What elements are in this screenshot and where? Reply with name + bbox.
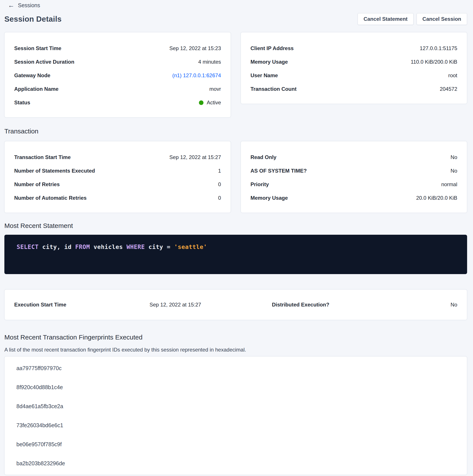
transaction-start-time-row: Transaction Start Time Sep 12, 2022 at 1…	[14, 151, 221, 164]
execution-card: Execution Start Time Sep 12, 2022 at 15:…	[4, 289, 467, 320]
sql-code-block: SELECT city, id FROM vehicles WHERE city…	[4, 235, 467, 274]
as-of-system-time-row: AS OF SYSTEM TIME? No	[250, 164, 457, 178]
session-summary-card-left: Session Start Time Sep 12, 2022 at 15:23…	[4, 32, 231, 118]
automatic-retries-label: Number of Automatic Retries	[14, 195, 87, 201]
session-memory-usage-row: Memory Usage 110.0 KiB/200.0 KiB	[250, 55, 457, 69]
transaction-card-right: Read Only No AS OF SYSTEM TIME? No Prior…	[241, 141, 467, 213]
session-active-duration-value: 4 minutes	[198, 59, 221, 65]
retries-row: Number of Retries 0	[14, 178, 221, 191]
fingerprint-id: ba2b203b823296de	[14, 454, 457, 473]
fingerprint-id: 73fe26034bd6e6c1	[14, 416, 457, 435]
priority-value: normal	[441, 181, 457, 187]
back-arrow-icon: ←	[8, 2, 15, 9]
transaction-start-time-label: Transaction Start Time	[14, 154, 71, 160]
session-memory-usage-value: 110.0 KiB/200.0 KiB	[411, 59, 457, 65]
sql-text: city =	[145, 243, 174, 250]
user-name-value: root	[448, 72, 457, 79]
back-navigation: ← Sessions	[4, 0, 467, 9]
transaction-memory-usage-label: Memory Usage	[250, 195, 288, 201]
status-label: Status	[14, 100, 30, 106]
sql-text: vehicles	[90, 243, 127, 250]
sql-statement: SELECT city, id FROM vehicles WHERE city…	[16, 243, 455, 250]
sql-keyword: FROM	[75, 243, 90, 250]
fingerprint-id: be06e9570f785c9f	[14, 435, 457, 454]
back-to-sessions-link[interactable]: ← Sessions	[8, 2, 40, 9]
sql-keyword: WHERE	[127, 243, 145, 250]
statements-executed-row: Number of Statements Executed 1	[14, 164, 221, 178]
execution-start-time-value: Sep 12, 2022 at 15:27	[149, 302, 272, 308]
transaction-count-value: 204572	[440, 86, 457, 92]
application-name-value: movr	[209, 86, 221, 92]
execution-start-time-label: Execution Start Time	[14, 302, 149, 308]
session-start-time-label: Session Start Time	[14, 45, 61, 51]
client-ip-row: Client IP Address 127.0.0.1:51175	[250, 42, 457, 55]
retries-value: 0	[218, 181, 221, 187]
gateway-node-link[interactable]: (n1) 127.0.0.1:62674	[172, 72, 221, 79]
statements-executed-value: 1	[218, 168, 221, 174]
as-of-system-time-label: AS OF SYSTEM TIME?	[250, 168, 307, 174]
priority-row: Priority normal	[250, 178, 457, 191]
priority-label: Priority	[250, 181, 269, 187]
fingerprints-description: A list of the most recent transaction fi…	[4, 347, 467, 353]
session-start-time-row: Session Start Time Sep 12, 2022 at 15:23	[14, 42, 221, 55]
as-of-system-time-value: No	[451, 168, 457, 174]
page-title: Session Details	[4, 15, 62, 23]
read-only-value: No	[451, 154, 457, 160]
sql-text: city, id	[39, 243, 75, 250]
transaction-count-label: Transaction Count	[250, 86, 297, 92]
automatic-retries-value: 0	[218, 195, 221, 201]
fingerprint-id: 8d4ae61a5fb3ce2a	[14, 397, 457, 416]
gateway-node-label: Gateway Node	[14, 72, 50, 79]
sql-keyword: SELECT	[16, 243, 39, 250]
status-badge: Active	[207, 100, 221, 106]
client-ip-label: Client IP Address	[250, 45, 294, 51]
distributed-execution-value: No	[451, 302, 457, 308]
session-start-time-value: Sep 12, 2022 at 15:23	[169, 45, 221, 51]
session-details-page: ← Sessions Session Details Cancel Statem…	[4, 0, 467, 475]
session-active-duration-label: Session Active Duration	[14, 59, 74, 65]
session-active-duration-row: Session Active Duration 4 minutes	[14, 55, 221, 69]
session-summary-card-right: Client IP Address 127.0.0.1:51175 Memory…	[241, 32, 467, 104]
user-name-label: User Name	[250, 72, 278, 79]
read-only-label: Read Only	[250, 154, 277, 160]
statements-executed-label: Number of Statements Executed	[14, 168, 95, 174]
user-name-row: User Name root	[250, 69, 457, 82]
session-memory-usage-label: Memory Usage	[250, 59, 288, 65]
application-name-label: Application Name	[14, 86, 59, 92]
read-only-row: Read Only No	[250, 151, 457, 164]
back-link-label: Sessions	[18, 2, 40, 9]
cancel-session-button[interactable]: Cancel Session	[417, 13, 467, 25]
session-summary-row: Session Start Time Sep 12, 2022 at 15:23…	[4, 32, 467, 118]
statement-section-heading: Most Recent Statement	[4, 222, 467, 229]
fingerprints-section-heading: Most Recent Transaction Fingerprints Exe…	[4, 334, 467, 341]
client-ip-value: 127.0.0.1:51175	[420, 45, 457, 51]
fingerprint-id: aa79775ff097970c	[14, 359, 457, 378]
transaction-card-left: Transaction Start Time Sep 12, 2022 at 1…	[4, 141, 231, 213]
transaction-row: Transaction Start Time Sep 12, 2022 at 1…	[4, 141, 467, 213]
fingerprints-card: aa79775ff097970c 8f920c40d88b1c4e 8d4ae6…	[4, 356, 467, 475]
status-active-dot-icon	[199, 101, 203, 105]
application-name-row: Application Name movr	[14, 82, 221, 96]
status-row: Status Active	[14, 96, 221, 109]
cancel-statement-button[interactable]: Cancel Statement	[358, 13, 413, 25]
gateway-node-row: Gateway Node (n1) 127.0.0.1:62674	[14, 69, 221, 82]
automatic-retries-row: Number of Automatic Retries 0	[14, 191, 221, 205]
transaction-section-heading: Transaction	[4, 128, 467, 135]
fingerprint-id: 8f920c40d88b1c4e	[14, 378, 457, 397]
transaction-count-row: Transaction Count 204572	[250, 82, 457, 96]
transaction-start-time-value: Sep 12, 2022 at 15:27	[169, 154, 221, 160]
status-value: Active	[199, 100, 221, 106]
sql-string-literal: 'seattle'	[174, 243, 207, 250]
transaction-memory-usage-row: Memory Usage 20.0 KiB/20.0 KiB	[250, 191, 457, 205]
distributed-execution-label: Distributed Execution?	[272, 302, 451, 308]
retries-label: Number of Retries	[14, 181, 60, 187]
header-actions: Cancel Statement Cancel Session	[358, 13, 467, 25]
page-header: Session Details Cancel Statement Cancel …	[4, 13, 467, 25]
transaction-memory-usage-value: 20.0 KiB/20.0 KiB	[416, 195, 457, 201]
